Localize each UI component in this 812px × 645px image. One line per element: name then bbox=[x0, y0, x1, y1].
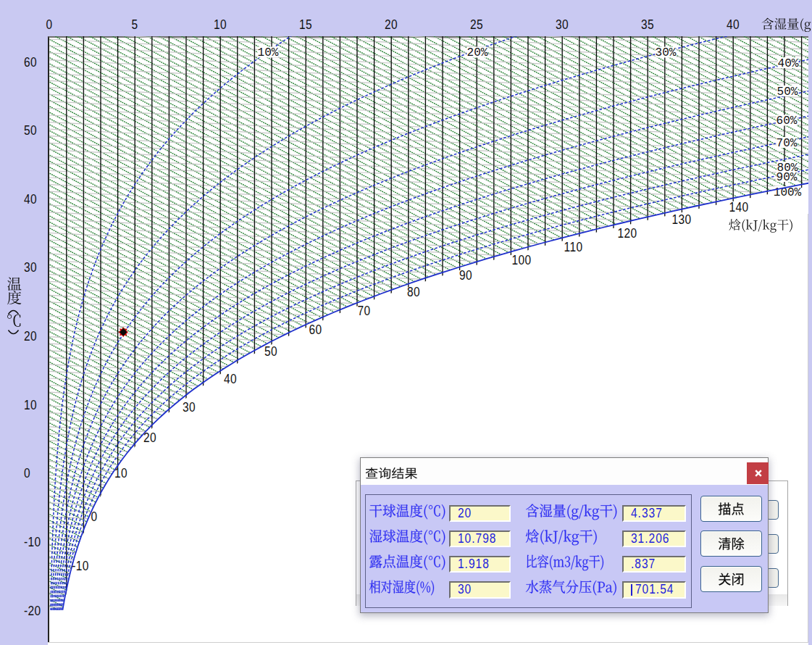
svg-text:20: 20 bbox=[143, 430, 156, 446]
svg-text:60: 60 bbox=[309, 322, 322, 338]
svg-text:100: 100 bbox=[511, 251, 531, 267]
svg-text:50: 50 bbox=[264, 344, 277, 359]
svg-text:30: 30 bbox=[183, 399, 196, 415]
svg-text:20%: 20% bbox=[467, 46, 488, 59]
svg-text:60%: 60% bbox=[777, 115, 798, 128]
svg-text:110: 110 bbox=[564, 238, 583, 254]
svg-text:70%: 70% bbox=[777, 137, 798, 150]
svg-text:120: 120 bbox=[617, 225, 637, 241]
svg-text:90: 90 bbox=[459, 267, 472, 283]
svg-text:40%: 40% bbox=[778, 57, 799, 70]
svg-text:10%: 10% bbox=[258, 46, 279, 59]
svg-text:0: 0 bbox=[91, 508, 97, 524]
svg-text:80: 80 bbox=[407, 284, 420, 300]
svg-text:40: 40 bbox=[224, 371, 237, 387]
svg-text:50%: 50% bbox=[777, 86, 798, 99]
svg-text:-10: -10 bbox=[72, 558, 89, 574]
svg-text:30%: 30% bbox=[656, 46, 677, 59]
svg-text:140: 140 bbox=[729, 199, 748, 215]
svg-text:90%: 90% bbox=[777, 171, 798, 184]
svg-text:10: 10 bbox=[114, 465, 127, 480]
svg-text:70: 70 bbox=[357, 302, 370, 318]
svg-text:130: 130 bbox=[671, 212, 691, 228]
svg-text:100%: 100% bbox=[774, 186, 802, 199]
